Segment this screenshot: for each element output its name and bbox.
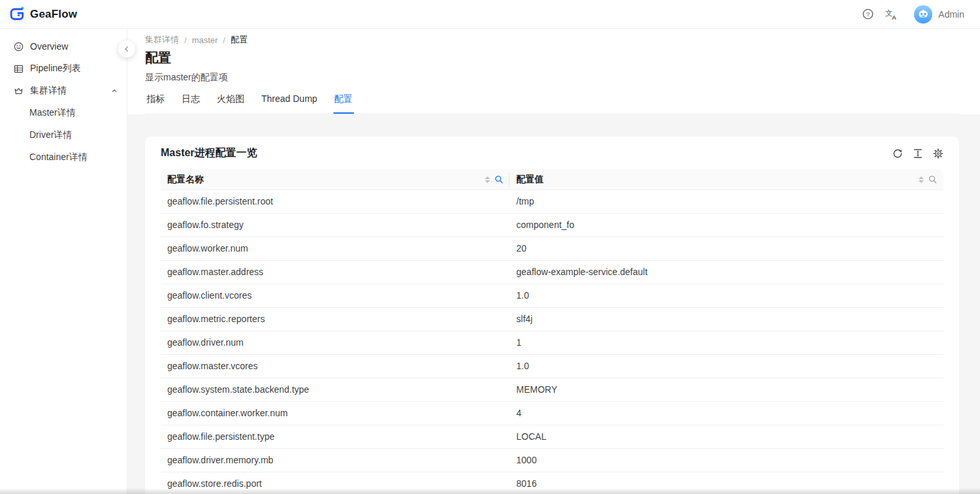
sidebar-item-container-detail[interactable]: Container详情: [0, 146, 127, 169]
table-toolbar: [892, 148, 943, 159]
tab-flame-graph[interactable]: 火焰图: [216, 88, 246, 114]
sidebar-item-label: Driver详情: [29, 129, 72, 141]
page-title: 配置: [145, 49, 959, 66]
config-name-cell: geaflow.metric.reporters: [161, 308, 510, 331]
config-value-cell: component_fo: [510, 214, 943, 237]
table-row: geaflow.store.redis.port 8016: [161, 472, 943, 494]
config-value-cell: 20: [510, 237, 943, 261]
sidebar-collapse-button[interactable]: [118, 41, 135, 58]
config-value-cell: 1: [510, 331, 943, 355]
config-value-cell: 1000: [510, 449, 943, 472]
config-value-cell: geaflow-example-service.default: [510, 261, 943, 284]
config-value-cell: 4: [510, 402, 943, 425]
column-settings-icon[interactable]: [933, 148, 943, 159]
sidebar-submenu-cluster: Master详情 Driver详情 Container详情: [0, 102, 127, 169]
svg-text:?: ?: [866, 10, 870, 18]
app-logo[interactable]: GeaFlow: [9, 6, 77, 22]
tab-config[interactable]: 配置: [333, 88, 354, 114]
config-table: 配置名称: [161, 169, 943, 494]
breadcrumb-item-config: 配置: [231, 34, 248, 46]
config-value-cell: 8016: [510, 472, 943, 494]
avatar: [914, 5, 932, 24]
page-header: 集群详情 / master / 配置 配置 显示master的配置项 指标 日志…: [127, 29, 980, 114]
tab-bar: 指标 日志 火焰图 Thread Dump 配置: [145, 88, 959, 114]
tab-logs[interactable]: 日志: [180, 88, 201, 114]
config-name-cell: geaflow.master.address: [161, 261, 510, 284]
config-name-cell: geaflow.store.redis.port: [161, 472, 510, 494]
breadcrumb-item-master[interactable]: master: [192, 35, 218, 45]
config-value-cell: 1.0: [510, 355, 943, 378]
main-area: 集群详情 / master / 配置 配置 显示master的配置项 指标 日志…: [127, 29, 980, 494]
config-name-cell: geaflow.worker.num: [161, 237, 510, 261]
breadcrumb-separator: /: [223, 35, 225, 45]
config-name-cell: geaflow.master.vcores: [161, 355, 510, 378]
config-name-cell: geaflow.container.worker.num: [161, 402, 510, 425]
config-name-cell: geaflow.fo.strategy: [161, 214, 510, 237]
tab-metrics[interactable]: 指标: [145, 88, 166, 114]
sidebar-item-label: Master详情: [29, 107, 76, 119]
column-search-icon[interactable]: [495, 175, 503, 184]
column-search-icon[interactable]: [928, 175, 937, 184]
config-table-body: geaflow.file.persistent.root /tmp geaflo…: [161, 190, 943, 494]
table-row: geaflow.worker.num 20: [161, 237, 943, 261]
sidebar-menu: Overview Pipeline列表 集群详情: [0, 35, 127, 169]
table-row: geaflow.file.persistent.type LOCAL: [161, 425, 943, 449]
sort-icon[interactable]: [919, 176, 924, 183]
table-row: geaflow.master.vcores 1.0: [161, 355, 943, 378]
config-name-cell: geaflow.client.vcores: [161, 284, 510, 308]
config-value-cell: /tmp: [510, 190, 943, 214]
page-subtitle: 显示master的配置项: [145, 71, 959, 83]
table-row: geaflow.system.state.backend.type MEMORY: [161, 378, 943, 402]
config-name-cell: geaflow.file.persistent.root: [161, 190, 510, 214]
tab-thread-dump[interactable]: Thread Dump: [260, 88, 319, 114]
breadcrumb: 集群详情 / master / 配置: [145, 34, 959, 46]
sidebar-item-pipeline-list[interactable]: Pipeline列表: [0, 58, 127, 80]
svg-text:A: A: [892, 13, 896, 20]
sidebar: Overview Pipeline列表 集群详情: [0, 29, 127, 494]
config-name-cell: geaflow.file.persistent.type: [161, 425, 510, 449]
table-header-row: 配置名称: [161, 169, 943, 190]
sort-icon[interactable]: [485, 176, 490, 183]
topbar: GeaFlow ? 文 A: [0, 0, 980, 29]
density-icon[interactable]: [913, 148, 923, 159]
config-table-card: Master进程配置一览: [145, 137, 959, 494]
column-header-config-name[interactable]: 配置名称: [161, 169, 510, 190]
config-value-cell: slf4j: [510, 308, 943, 331]
config-value-cell: MEMORY: [510, 378, 943, 402]
chevron-up-icon: [111, 88, 118, 94]
table-row: geaflow.fo.strategy component_fo: [161, 214, 943, 237]
help-icon[interactable]: ?: [862, 8, 874, 20]
sidebar-item-master-detail[interactable]: Master详情: [0, 102, 127, 124]
config-name-cell: geaflow.system.state.backend.type: [161, 378, 510, 402]
table-row: geaflow.metric.reporters slf4j: [161, 308, 943, 331]
table-row: geaflow.master.address geaflow-example-s…: [161, 261, 943, 284]
breadcrumb-item-cluster[interactable]: 集群详情: [145, 34, 179, 46]
sidebar-item-overview[interactable]: Overview: [0, 35, 127, 58]
table-row: geaflow.file.persistent.root /tmp: [161, 190, 943, 214]
config-value-cell: LOCAL: [510, 425, 943, 449]
table-row: geaflow.client.vcores 1.0: [161, 284, 943, 308]
card-title: Master进程配置一览: [161, 146, 257, 160]
sidebar-item-driver-detail[interactable]: Driver详情: [0, 124, 127, 146]
reload-icon[interactable]: [892, 148, 903, 159]
content-area: Master进程配置一览: [127, 114, 980, 494]
table-row: geaflow.driver.memory.mb 1000: [161, 449, 943, 472]
config-value-cell: 1.0: [510, 284, 943, 308]
crown-icon: [14, 86, 24, 96]
user-name: Admin: [938, 9, 964, 20]
config-name-cell: geaflow.driver.memory.mb: [161, 449, 510, 472]
app-title: GeaFlow: [30, 8, 77, 21]
sidebar-item-label: Overview: [30, 41, 68, 52]
card-header: Master进程配置一览: [145, 137, 959, 169]
table-row: geaflow.driver.num 1: [161, 331, 943, 355]
smile-icon: [14, 42, 24, 52]
table-row: geaflow.container.worker.num 4: [161, 402, 943, 425]
breadcrumb-separator: /: [184, 35, 187, 45]
table-icon: [14, 64, 24, 74]
sidebar-item-cluster-detail[interactable]: 集群详情: [0, 80, 127, 102]
config-name-cell: geaflow.driver.num: [161, 331, 510, 355]
column-header-config-value[interactable]: 配置值: [510, 169, 943, 190]
user-menu[interactable]: Admin: [914, 5, 964, 24]
language-switch-icon[interactable]: 文 A: [885, 8, 897, 20]
column-label: 配置值: [516, 174, 544, 186]
